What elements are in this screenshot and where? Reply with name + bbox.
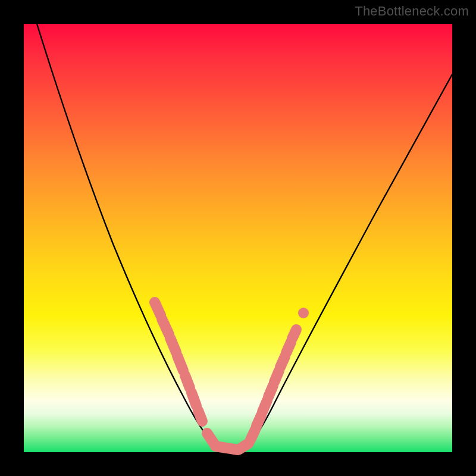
svg-line-0 [155, 302, 161, 315]
svg-line-14 [274, 371, 279, 382]
svg-line-17 [292, 330, 296, 339]
svg-line-4 [185, 375, 190, 388]
bottleneck-curve [37, 24, 452, 450]
svg-line-12 [262, 400, 267, 412]
svg-line-9 [239, 443, 249, 449]
svg-line-15 [280, 356, 285, 367]
svg-line-10 [250, 430, 255, 440]
svg-line-11 [256, 415, 261, 426]
svg-line-5 [192, 393, 196, 406]
svg-line-6 [198, 411, 202, 421]
chart-frame: TheBottleneck.com [0, 0, 476, 476]
marker-segments-right [250, 330, 296, 440]
curve-svg [24, 24, 452, 452]
marker-flat-bottom [207, 433, 249, 450]
svg-line-16 [286, 342, 291, 353]
watermark-text: TheBottleneck.com [355, 4, 469, 19]
svg-line-1 [162, 319, 169, 334]
marker-dot-right [298, 308, 309, 318]
plot-area [24, 24, 452, 452]
svg-line-2 [170, 338, 176, 352]
marker-segments-left [155, 302, 202, 421]
svg-line-3 [177, 356, 183, 371]
svg-line-13 [268, 386, 273, 397]
